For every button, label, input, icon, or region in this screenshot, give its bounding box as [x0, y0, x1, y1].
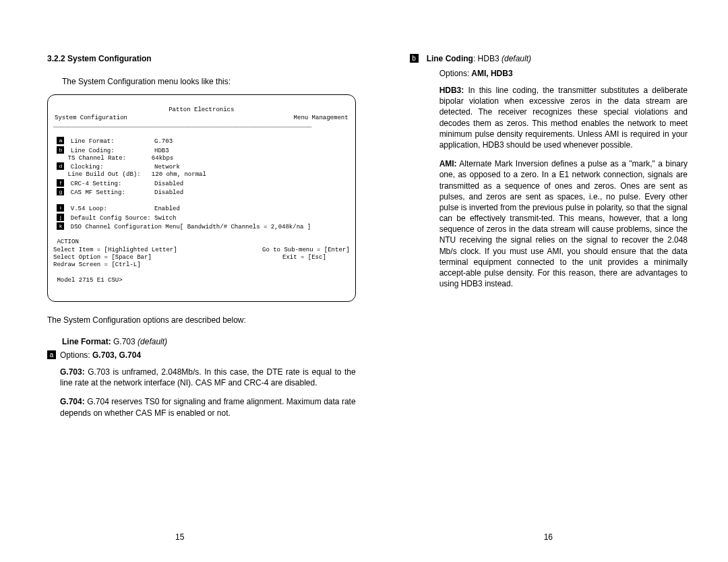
section-heading: 3.2.2 System Configuration	[47, 54, 356, 63]
line-format-label: Line Format:	[62, 337, 111, 346]
terminal-screen: Patton ElectronicsSystem ConfigurationMe…	[47, 94, 356, 302]
page-number-left: 15	[175, 532, 184, 542]
hdb3-label: HDB3:	[439, 86, 464, 95]
marker-b: b	[410, 54, 419, 63]
line-coding-title: Line Coding: HDB3 (default)	[427, 54, 531, 63]
intro-text: The System Configuration menu looks like…	[62, 77, 356, 86]
hdb3-paragraph: HDB3: In this line coding, the transmitt…	[439, 85, 688, 150]
hdb3-text: In this line coding, the transmitter sub…	[439, 86, 688, 150]
line-coding-value: : HDB3	[473, 54, 499, 63]
screen-row-marker: g	[57, 188, 64, 195]
screen-row-marker: d	[57, 162, 64, 170]
g704-text: G.704 reserves TS0 for signaling and fra…	[60, 397, 356, 417]
options-a-line: Options: G.703, G.704	[60, 350, 356, 360]
screen-rule: ________________________________________…	[53, 122, 311, 129]
action-select-option: Select Option = [Space Bar]	[53, 254, 282, 261]
screen-row-marker: k	[57, 222, 64, 230]
options-b-line: Options: AMI, HDB3	[439, 69, 688, 78]
screen-row-marker: j	[57, 214, 64, 221]
screen-title-right: Menu Management	[294, 115, 348, 122]
screen-row-marker: f	[57, 179, 64, 187]
ami-text: Alternate Mark Inversion defines a pulse…	[439, 159, 688, 288]
g704-label: G.704:	[60, 397, 85, 406]
action-goto-submenu: Go to Sub-menu = [Enter]	[262, 247, 350, 254]
line-coding-label: Line Coding	[427, 54, 473, 63]
screen-title1: Patton Electronics	[53, 106, 350, 114]
marker-a: a	[47, 350, 56, 359]
right-page: b Line Coding: HDB3 (default) Options: A…	[410, 54, 688, 427]
line-format-title: Line Format: G.703 (default)	[62, 337, 356, 346]
g703-paragraph: G.703: G.703 is unframed, 2.048Mb/s. In …	[60, 367, 356, 388]
options-a-values: G.703, G.704	[90, 350, 141, 360]
line-format-value: G.703	[111, 337, 135, 346]
options-described-text: The System Configuration options are des…	[47, 315, 356, 325]
action-redraw: Redraw Screen = [Ctrl-L]	[53, 261, 141, 268]
screen-row-marker: i	[57, 204, 64, 212]
left-page: 3.2.2 System Configuration The System Co…	[47, 54, 356, 427]
line-coding-default: (default)	[499, 54, 531, 63]
ami-paragraph: AMI: Alternate Mark Inversion defines a …	[439, 158, 688, 289]
options-label: Options:	[60, 350, 90, 360]
options-b-values: AMI, HDB3	[469, 69, 512, 78]
g703-label: G.703:	[60, 367, 85, 377]
options-label-b: Options:	[439, 69, 470, 78]
g703-text: G.703 is unframed, 2.048Mb/s. In this ca…	[60, 367, 356, 387]
page-number-right: 16	[544, 532, 553, 542]
screen-prompt: Model 2715 E1 CSU>	[57, 277, 122, 284]
action-header: ACTION	[57, 239, 78, 245]
action-exit: Exit = [Esc]	[282, 254, 326, 261]
screen-title-left: System Configuration	[55, 115, 127, 122]
ami-label: AMI:	[439, 159, 457, 168]
line-format-default: (default)	[135, 337, 167, 346]
page-footer: 15 16	[0, 532, 728, 562]
screen-row-marker: b	[57, 146, 64, 154]
screen-row-marker: a	[57, 137, 64, 144]
action-select-item: Select Item = [Highlighted Letter]	[53, 247, 262, 254]
g704-paragraph: G.704: G.704 reserves TS0 for signaling …	[60, 396, 356, 418]
